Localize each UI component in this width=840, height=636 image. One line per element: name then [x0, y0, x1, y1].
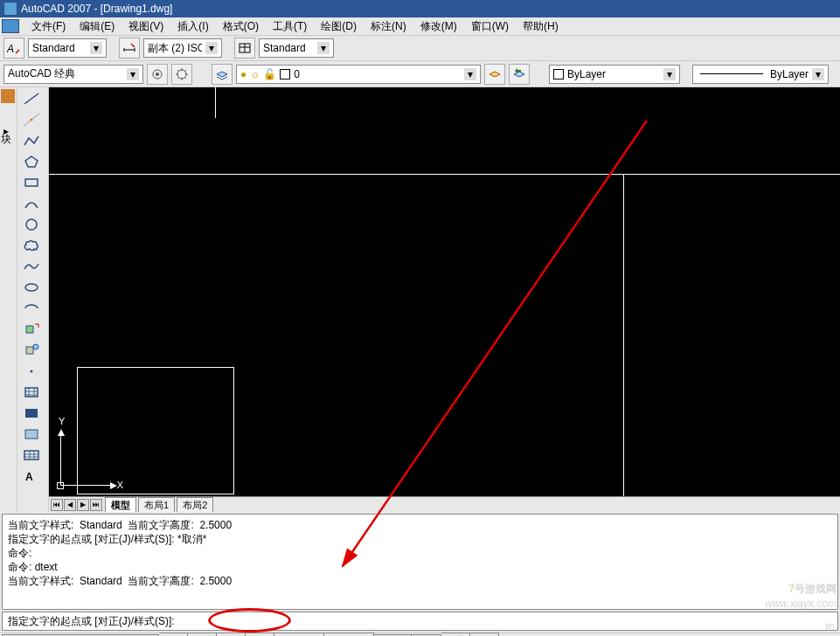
make-block-tool[interactable] [19, 341, 44, 360]
rectangle-tool[interactable] [19, 173, 44, 192]
menu-help[interactable]: 帮助(H) [516, 17, 566, 36]
ellipse-arc-tool[interactable] [19, 299, 44, 318]
menu-file[interactable]: 文件(F) [24, 17, 73, 36]
gradient-tool[interactable] [19, 404, 44, 423]
svg-rect-14 [25, 409, 38, 418]
drawing-canvas[interactable]: Y X ⏮ ◀ ▶ ⏭ 模型 布局1 布局2 [49, 87, 840, 512]
status-bar: 260.2925, 249.9073, 0.0000 捕捉 栅格 正交 极轴 对… [0, 633, 840, 636]
polyline-tool[interactable] [19, 131, 44, 150]
chevron-down-icon: ▾ [663, 68, 676, 80]
command-prompt: 指定文字的起点或 [对正(J)/样式(S)]: [8, 614, 175, 629]
construction-line-tool[interactable] [19, 110, 44, 129]
linetype-dropdown[interactable]: ByLayer ▾ [692, 65, 829, 84]
insert-block-tool[interactable] [19, 320, 44, 339]
app-icon [3, 2, 17, 16]
text-style-dropdown[interactable]: Standard ▾ [28, 38, 107, 58]
circle-tool[interactable] [19, 215, 44, 234]
svg-rect-16 [25, 430, 38, 439]
svg-point-8 [25, 284, 38, 291]
style-toolbar: A Standard ▾ 副本 (2) ISO- ▾ Standard ▾ [0, 35, 840, 61]
text-style-value: Standard [32, 42, 87, 54]
osnap-toggle[interactable]: 对象捕捉 [274, 633, 324, 636]
otrack-toggle[interactable]: 对象追踪 [324, 633, 374, 636]
workspace-value: AutoCAD 经典 [8, 66, 123, 81]
workspace-dropdown[interactable]: AutoCAD 经典 ▾ [3, 65, 143, 84]
dim-style-button[interactable] [119, 38, 140, 59]
svg-point-12 [31, 370, 33, 373]
svg-point-5 [31, 119, 33, 121]
palette-icon[interactable] [1, 89, 15, 103]
workspace-settings-button[interactable] [147, 64, 168, 85]
ortho-toggle[interactable]: 正交 [217, 633, 246, 636]
chevron-down-icon: ▾ [317, 42, 330, 54]
polar-toggle[interactable]: 极轴 [246, 633, 274, 636]
menu-tools[interactable]: 工具(T) [266, 17, 314, 36]
command-history[interactable]: 当前文字样式: Standard 当前文字高度: 2.5000 指定文字的起点或… [2, 514, 838, 610]
region-tool[interactable] [19, 425, 44, 444]
ellipse-tool[interactable] [19, 278, 44, 297]
autocad-logo-icon [2, 19, 19, 33]
menu-insert[interactable]: 插入(I) [170, 17, 215, 36]
layer-states-button[interactable] [484, 64, 505, 85]
table-style-dropdown[interactable]: Standard ▾ [259, 38, 334, 58]
unlock-icon: 🔓 [263, 68, 276, 80]
svg-text:A: A [25, 471, 33, 483]
revcloud-tool[interactable] [19, 236, 44, 255]
lightbulb-icon: ● [240, 68, 246, 80]
gear-icon[interactable] [171, 64, 192, 85]
chevron-down-icon: ▾ [127, 68, 139, 80]
annotation-ellipse [208, 608, 291, 633]
svg-rect-9 [26, 326, 33, 333]
text-style-button[interactable]: A [3, 38, 24, 59]
chevron-down-icon: ▾ [464, 68, 476, 80]
sun-icon: ☼ [250, 68, 260, 80]
tab-nav-first[interactable]: ⏮ [51, 499, 63, 511]
dim-style-value: 副本 (2) ISO- [148, 41, 202, 56]
hatch-tool[interactable] [19, 383, 44, 402]
model-toggle[interactable]: 模型 [470, 633, 499, 636]
layer-properties-button[interactable] [212, 64, 233, 85]
svg-text:A: A [7, 43, 14, 55]
draw-toolbar: A [17, 87, 49, 512]
tab-nav-next[interactable]: ▶ [77, 499, 89, 511]
point-tool[interactable] [19, 362, 44, 381]
chevron-down-icon: ▾ [90, 42, 102, 54]
tab-model[interactable]: 模型 [105, 497, 136, 513]
menu-edit[interactable]: 编辑(E) [73, 17, 121, 36]
menu-window[interactable]: 窗口(W) [464, 17, 516, 36]
dim-style-dropdown[interactable]: 副本 (2) ISO- ▾ [143, 38, 222, 58]
menu-modify[interactable]: 修改(M) [413, 17, 464, 36]
polygon-tool[interactable] [19, 152, 44, 171]
tab-nav-prev[interactable]: ◀ [64, 499, 76, 511]
tab-layout2[interactable]: 布局2 [177, 497, 213, 513]
layer-previous-button[interactable] [509, 64, 530, 85]
mtext-tool[interactable]: A [19, 467, 44, 486]
line-tool[interactable] [19, 89, 44, 108]
menu-draw[interactable]: 绘图(D) [314, 17, 364, 36]
table-tool[interactable] [19, 446, 44, 465]
chevron-down-icon: ▾ [812, 68, 824, 80]
tool-palette-handle[interactable]: 块▸ [0, 87, 17, 512]
snap-toggle[interactable]: 捕捉 [159, 633, 188, 636]
titlebar: AutoCAD 2007 - [Drawing1.dwg] [0, 0, 840, 17]
color-swatch [553, 69, 564, 80]
layout-tabs: ⏮ ◀ ▶ ⏭ 模型 布局1 布局2 [49, 496, 840, 512]
svg-rect-13 [25, 388, 38, 397]
layer-dropdown[interactable]: ● ☼ 🔓 0 ▾ [236, 65, 481, 84]
command-input[interactable]: 指定文字的起点或 [对正(J)/样式(S)]: [2, 612, 838, 631]
svg-point-3 [156, 73, 159, 76]
menu-dimension[interactable]: 标注(N) [364, 17, 413, 36]
lwt-toggle[interactable]: 线宽 [441, 633, 470, 636]
spline-tool[interactable] [19, 257, 44, 276]
tab-nav-last[interactable]: ⏭ [90, 499, 102, 511]
window-title: AutoCAD 2007 - [Drawing1.dwg] [21, 3, 172, 15]
color-dropdown[interactable]: ByLayer ▾ [549, 65, 680, 84]
menu-view[interactable]: 视图(V) [121, 17, 170, 36]
grid-toggle[interactable]: 栅格 [188, 633, 217, 636]
menu-format[interactable]: 格式(O) [216, 17, 266, 36]
svg-rect-17 [24, 451, 38, 460]
table-style-button[interactable] [234, 38, 255, 59]
tab-layout1[interactable]: 布局1 [138, 497, 175, 513]
arc-tool[interactable] [19, 194, 44, 213]
svg-point-7 [26, 219, 37, 230]
